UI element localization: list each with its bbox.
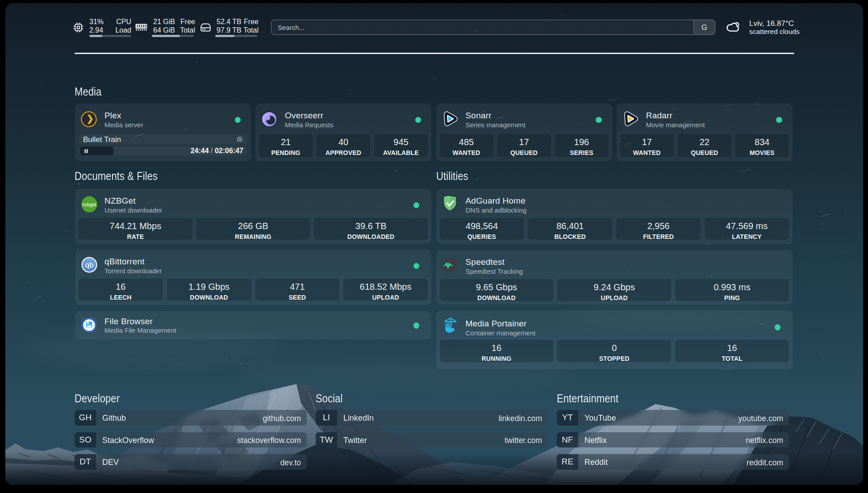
svg-text:qb: qb [85, 261, 94, 269]
svg-text:nzbget: nzbget [82, 201, 96, 207]
